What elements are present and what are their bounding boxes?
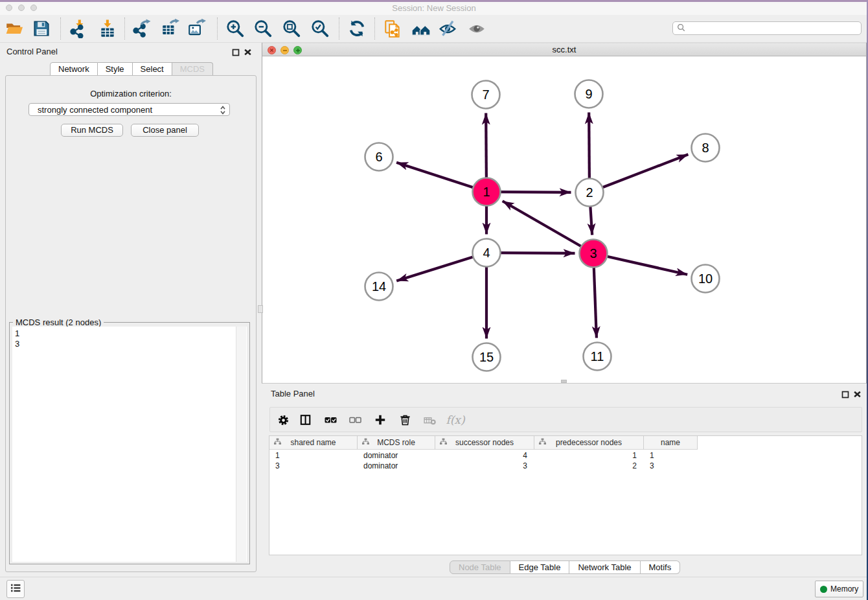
graph-node-label-15: 15 bbox=[479, 350, 494, 364]
split-pane-grip[interactable] bbox=[561, 380, 567, 383]
table-cell-r1-predecessor-nodes[interactable]: 1 bbox=[536, 450, 643, 461]
table-cell-r2-MCDS-role[interactable]: dominator bbox=[359, 461, 434, 471]
optimization-criterion-label: Optimization criterion: bbox=[5, 89, 257, 98]
column-header-successor-nodes[interactable]: successor nodes bbox=[435, 436, 534, 450]
close-panel-button[interactable]: Close panel bbox=[131, 124, 199, 137]
table-cell-r2-predecessor-nodes[interactable]: 2 bbox=[536, 461, 643, 471]
table-tab-edge-table[interactable]: Edge Table bbox=[510, 560, 570, 574]
mcds-result-node: 1 bbox=[12, 329, 247, 339]
graph-node-label-3: 3 bbox=[589, 246, 597, 260]
export-network-icon[interactable] bbox=[131, 18, 152, 39]
table-panel-title: Table Panel bbox=[271, 389, 315, 398]
table-panel-float-icon[interactable] bbox=[841, 389, 850, 398]
clone-network-icon[interactable] bbox=[382, 18, 403, 39]
control-panel-title: Control Panel bbox=[6, 47, 58, 56]
column-header-MCDS-role[interactable]: MCDS role bbox=[358, 436, 435, 450]
control-panel-tab-style[interactable]: Style bbox=[98, 62, 133, 76]
open-session-icon[interactable] bbox=[4, 18, 25, 39]
import-network-icon[interactable] bbox=[67, 18, 88, 39]
graph-node-label-4: 4 bbox=[483, 246, 490, 260]
graph-node-label-2: 2 bbox=[586, 185, 593, 200]
graph-node-label-10: 10 bbox=[698, 271, 713, 286]
graph-node-label-7: 7 bbox=[482, 87, 489, 102]
edge-3-1[interactable] bbox=[503, 201, 593, 253]
vertical-split-grip[interactable] bbox=[258, 305, 263, 313]
table-cell-r1-successor-nodes[interactable]: 4 bbox=[437, 450, 533, 461]
select-all-rows-icon[interactable] bbox=[323, 413, 337, 426]
search-field[interactable] bbox=[672, 21, 862, 35]
table-cell-r2-name[interactable]: 3 bbox=[645, 461, 696, 471]
application-window: Session: New Session Control Panel Netwo… bbox=[0, 0, 868, 600]
show-graphics-details-icon[interactable] bbox=[466, 18, 487, 39]
delete-table-icon bbox=[422, 413, 437, 426]
control-panel-tab-select[interactable]: Select bbox=[133, 62, 172, 76]
column-tree-icon bbox=[274, 438, 281, 447]
status-bar bbox=[0, 577, 868, 600]
table-tab-network-table[interactable]: Network Table bbox=[569, 560, 640, 574]
task-history-button[interactable] bbox=[6, 580, 25, 598]
table-tab-motifs[interactable]: Motifs bbox=[641, 560, 681, 574]
select-stepper-icon bbox=[220, 105, 226, 117]
toolbar-separator bbox=[124, 17, 125, 40]
export-table-icon[interactable] bbox=[159, 18, 180, 39]
search-icon bbox=[677, 23, 685, 34]
column-header-predecessor-nodes[interactable]: predecessor nodes bbox=[534, 436, 644, 450]
delete-rows-icon[interactable] bbox=[398, 413, 412, 426]
column-tree-icon bbox=[362, 438, 369, 447]
table-tab-node-table[interactable]: Node Table bbox=[450, 560, 510, 574]
show-columns-icon[interactable] bbox=[299, 413, 313, 426]
window-title: Session: New Session bbox=[0, 2, 868, 15]
graph-node-label-9: 9 bbox=[585, 87, 592, 101]
import-table-icon[interactable] bbox=[97, 18, 118, 39]
toolbar-separator bbox=[374, 17, 375, 40]
edge-2-8[interactable] bbox=[589, 154, 688, 192]
apply-function-icon: f(x) bbox=[448, 413, 463, 426]
graph-node-label-1: 1 bbox=[483, 185, 490, 199]
graph-node-label-14: 14 bbox=[372, 279, 386, 294]
toolbar-separator bbox=[60, 17, 61, 40]
graph-node-label-6: 6 bbox=[375, 150, 382, 164]
toolbar-separator bbox=[217, 17, 218, 40]
table-cell-r1-shared-name[interactable]: 1 bbox=[271, 450, 356, 461]
control-panel-tab-mcds[interactable]: MCDS bbox=[172, 62, 213, 76]
export-image-icon[interactable] bbox=[186, 18, 207, 39]
toolbar-separator bbox=[339, 17, 339, 40]
column-tree-icon bbox=[539, 438, 546, 447]
control-panel-close-icon[interactable] bbox=[244, 47, 252, 56]
control-panel-tab-network[interactable]: Network bbox=[50, 62, 98, 76]
home-view-icon[interactable] bbox=[411, 18, 431, 39]
save-session-icon[interactable] bbox=[31, 18, 52, 39]
table-cell-r1-MCDS-role[interactable]: dominator bbox=[359, 450, 434, 461]
mcds-result-node: 3 bbox=[12, 339, 247, 349]
memory-button[interactable]: Memory bbox=[815, 581, 863, 597]
zoom-in-icon[interactable] bbox=[225, 18, 246, 39]
memory-status-icon bbox=[820, 586, 827, 593]
table-cell-r2-successor-nodes[interactable]: 3 bbox=[437, 461, 533, 471]
zoom-selected-icon[interactable] bbox=[310, 18, 330, 39]
table-cell-r2-shared-name[interactable]: 3 bbox=[271, 461, 356, 471]
zoom-out-icon[interactable] bbox=[253, 18, 273, 39]
optimization-criterion-value: strongly connected component bbox=[38, 105, 152, 115]
hide-graphics-details-icon[interactable] bbox=[437, 18, 458, 39]
task-list-icon bbox=[10, 583, 21, 596]
table-cell-r1-name[interactable]: 1 bbox=[645, 450, 696, 461]
column-header-shared-name[interactable]: shared name bbox=[269, 436, 358, 450]
optimization-criterion-select[interactable]: strongly connected component bbox=[29, 103, 230, 116]
deselect-all-rows-icon[interactable] bbox=[348, 413, 362, 426]
mcds-result-title: MCDS result (2 nodes) bbox=[13, 317, 104, 327]
mcds-result-list[interactable]: 13 bbox=[12, 327, 247, 562]
mcds-result-scrollbar[interactable] bbox=[236, 327, 246, 562]
run-mcds-button[interactable]: Run MCDS bbox=[61, 124, 123, 137]
column-header-name[interactable]: name bbox=[644, 436, 698, 450]
control-panel-float-icon[interactable] bbox=[232, 47, 240, 56]
table-panel-tabs: Node TableEdge TableNetwork TableMotifs bbox=[450, 560, 680, 574]
add-row-icon[interactable] bbox=[373, 413, 387, 426]
network-canvas[interactable]: 1234678910111415 bbox=[262, 56, 866, 383]
refresh-network-icon[interactable] bbox=[347, 18, 367, 39]
table-panel-close-icon[interactable] bbox=[853, 389, 862, 398]
graph-node-label-8: 8 bbox=[702, 141, 709, 155]
table-settings-icon[interactable] bbox=[276, 413, 290, 426]
graph-node-label-11: 11 bbox=[591, 349, 604, 363]
zoom-fit-icon[interactable] bbox=[281, 18, 302, 39]
memory-button-label: Memory bbox=[830, 584, 858, 594]
